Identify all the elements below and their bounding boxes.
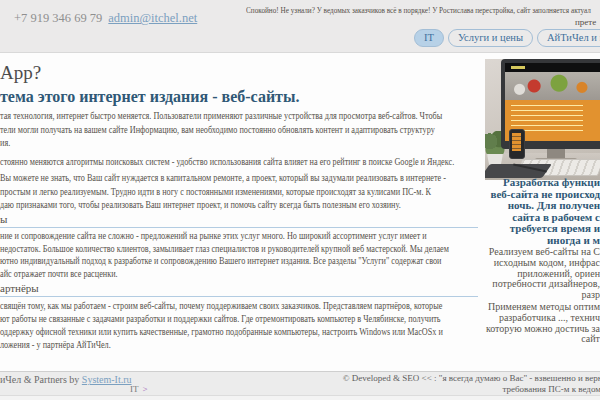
sidebar-paragraph: Реализуем веб-сайты на С исходным кодом,…	[472, 247, 600, 301]
page-subtitle: тема этого интернет издания - веб-сайты.	[0, 88, 299, 106]
ticker-line-2: прете	[575, 17, 596, 27]
section-divider	[0, 227, 478, 228]
paragraph: стоянно меняются алгоритмы поисковых сис…	[0, 155, 517, 169]
nav-tab-it[interactable]: IT	[414, 29, 444, 47]
sidebar-heading: Разработка функци веб-сайта не происход …	[472, 177, 600, 246]
sidebar-paragraph: Применяем методы оптим разработчика ...,…	[472, 302, 600, 345]
screen-logo	[511, 66, 525, 69]
contact-block: +7 919 346 69 79admin@itchel.net	[14, 11, 197, 26]
footer-credits: иЧел & Partners by System-It.ru	[0, 374, 132, 385]
section-divider	[0, 296, 478, 297]
breadcrumb-arrow-icon: >	[143, 384, 148, 394]
section-title-partners: артнёры	[0, 282, 39, 294]
paragraph: свящён тому, как мы работаем - строим ве…	[0, 299, 517, 351]
breadcrumb-it-link[interactable]: IT	[130, 384, 139, 394]
main-nav: IT Услуги и цены АйТиЧел и партнёры Пр	[414, 29, 600, 47]
section-title-services: ы	[0, 213, 7, 225]
paragraph: ние и сопровождение сайта не сложно - пр…	[0, 230, 517, 280]
paragraph: Вы можете не знать, что Ваш сайт нуждает…	[0, 171, 517, 212]
credits-text: иЧел & Partners by	[0, 374, 82, 385]
paragraph: тая технология, интернет быстро меняется…	[0, 109, 517, 150]
smartphone-screen	[512, 133, 521, 151]
page: +7 919 346 69 79admin@itchel.net Спокойн…	[0, 0, 600, 400]
copyright-text: © Developed & SEO << : "я всегда думаю о…	[330, 373, 600, 394]
phone-number: +7 919 346 69 79	[14, 11, 102, 25]
top-bar: +7 919 346 69 79admin@itchel.net Спокойн…	[0, 0, 600, 53]
nav-tab-partners[interactable]: АйТиЧел и партнёры	[537, 29, 600, 47]
screen-food-banner	[505, 72, 600, 100]
nav-tab-services[interactable]: Услуги и цены	[448, 29, 533, 47]
smartphone-graphic	[509, 129, 525, 159]
ticker-line-1: Спокойно! Не узнали? У ведомых заказчико…	[246, 5, 591, 15]
page-title: App?	[0, 62, 41, 84]
workspace-photo	[485, 59, 600, 180]
email-link[interactable]: admin@itchel.net	[108, 11, 197, 25]
bottom-strip	[0, 395, 600, 400]
breadcrumb: IT>	[130, 384, 148, 394]
system-it-link[interactable]: System-It.ru	[82, 374, 132, 385]
